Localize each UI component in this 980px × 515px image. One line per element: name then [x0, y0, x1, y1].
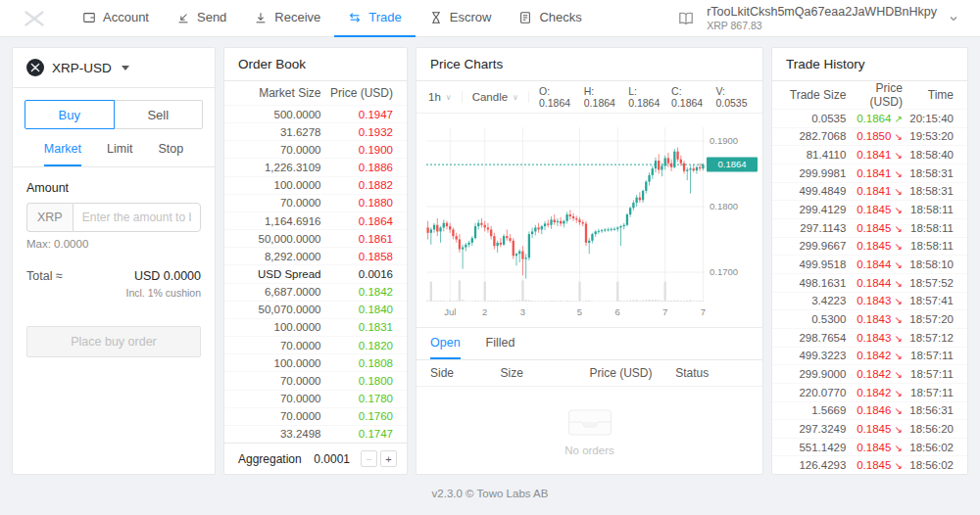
- close-value: C: 0.1864: [671, 85, 707, 109]
- order-book-row[interactable]: 33.24980.1747: [224, 425, 407, 443]
- no-orders-empty-state: No orders: [416, 387, 762, 474]
- escrow-icon: [429, 11, 443, 24]
- column-header: Price (USD): [846, 81, 903, 109]
- trade-history-row: 126.42930.1845 ↘18:56:02: [772, 455, 967, 474]
- account-icon: [82, 11, 96, 24]
- svg-text:2: 2: [482, 306, 487, 317]
- interval-select[interactable]: 1h ∨: [428, 91, 463, 103]
- column-header: Market Size: [238, 86, 321, 100]
- trade-history-row: 282.70680.1850 ↘19:53:20: [772, 127, 967, 146]
- price-charts-panel: Price Charts 1h ∨ Candle ∨ O: 0.1864 H: …: [416, 47, 763, 475]
- cushion-note: Incl. 1% cushion: [26, 287, 201, 299]
- order-book-panel: Order Book Market Size Price (USD) 500.0…: [223, 47, 408, 475]
- order-book-row[interactable]: 70.00000.1800: [224, 371, 407, 389]
- aggregation-decrease-button[interactable]: −: [361, 450, 377, 467]
- chart-type-select[interactable]: Candle ∨: [472, 91, 529, 103]
- trade-history-row: 298.76540.1843 ↘18:57:12: [772, 328, 967, 347]
- wallet-balance: XRP 867.83: [707, 20, 937, 31]
- aggregation-increase-button[interactable]: +: [380, 450, 397, 467]
- svg-text:7: 7: [662, 306, 667, 317]
- tab-open-orders[interactable]: Open: [430, 336, 461, 359]
- nav-item-send[interactable]: Send: [163, 0, 240, 37]
- svg-text:0.1800: 0.1800: [710, 201, 738, 211]
- order-book-row[interactable]: 70.00000.1900: [224, 140, 407, 158]
- side-toggle: Buy Sell: [13, 88, 215, 129]
- nav-item-trade[interactable]: Trade: [334, 0, 415, 37]
- amount-label: Amount: [26, 181, 201, 195]
- pair-selector[interactable]: XRP-USD: [13, 48, 215, 88]
- down-right-arrow-icon: ↘: [895, 351, 903, 361]
- nav-item-account[interactable]: Account: [69, 0, 163, 37]
- down-right-arrow-icon: ↘: [895, 405, 903, 416]
- price-charts-title: Price Charts: [416, 48, 762, 81]
- trade-history-row: 498.16310.1844 ↘18:57:52: [772, 273, 967, 292]
- trade-history-rows: 0.05350.1864 ↗20:15:40282.70680.1850 ↘19…: [772, 109, 967, 474]
- column-header: Price (USD): [321, 86, 393, 100]
- trade-history-row: 81.41100.1841 ↘18:58:40: [772, 145, 967, 164]
- nav-item-checks[interactable]: Checks: [505, 0, 595, 37]
- nav-item-label: Checks: [539, 10, 581, 24]
- trade-history-row: 299.90000.1842 ↘18:57:11: [772, 364, 967, 383]
- xrp-icon: [26, 59, 44, 76]
- svg-text:5: 5: [577, 306, 582, 317]
- down-right-arrow-icon: ↘: [895, 168, 903, 179]
- tab-market[interactable]: Market: [44, 142, 81, 166]
- trade-history-title: Trade History: [772, 48, 967, 81]
- chevron-down-icon: [949, 14, 958, 23]
- trade-history-row: 0.53000.1843 ↘18:57:20: [772, 309, 967, 328]
- pair-label: XRP-USD: [52, 61, 112, 75]
- down-right-arrow-icon: ↘: [895, 314, 903, 325]
- order-book-row[interactable]: 31.62780.1932: [224, 122, 407, 140]
- nav-item-escrow[interactable]: Escrow: [416, 0, 506, 37]
- xrp-toolkit-logo-icon: [22, 8, 47, 29]
- total-label: Total ≈: [26, 269, 63, 283]
- buy-button[interactable]: Buy: [24, 100, 115, 129]
- aggregation-label: Aggregation: [238, 452, 314, 466]
- sell-button[interactable]: Sell: [114, 100, 204, 129]
- amount-input[interactable]: [73, 203, 201, 232]
- place-buy-order-button[interactable]: Place buy order: [26, 326, 201, 357]
- down-right-arrow-icon: ↘: [895, 460, 903, 471]
- order-book-row[interactable]: 70.00000.1780: [224, 390, 407, 407]
- open-value: O: 0.1864: [539, 85, 575, 109]
- tab-limit[interactable]: Limit: [107, 142, 132, 166]
- candlestick-chart[interactable]: 0.19000.18000.1700Jul2356770.1864: [416, 114, 762, 327]
- tab-stop[interactable]: Stop: [158, 142, 183, 166]
- order-book-title: Order Book: [224, 48, 407, 81]
- order-book-row[interactable]: 70.00000.1820: [224, 336, 407, 353]
- trade-history-panel: Trade History Trade Size Price (USD) Tim…: [771, 47, 968, 475]
- down-right-arrow-icon: ↘: [895, 259, 903, 270]
- interval-value: 1h: [428, 91, 441, 103]
- nav-item-label: Escrow: [450, 10, 492, 24]
- order-book-row[interactable]: 50,000.00000.1861: [224, 229, 407, 247]
- order-book-row[interactable]: 6,687.00000.1842: [224, 283, 407, 301]
- nav-item-label: Trade: [368, 10, 401, 24]
- order-book-row[interactable]: 50,070.00000.1840: [224, 301, 407, 318]
- checks-icon: [518, 11, 532, 24]
- order-book-row[interactable]: 100.00000.1808: [224, 353, 407, 371]
- svg-text:7: 7: [701, 306, 706, 317]
- order-book-row[interactable]: 500.00000.1947: [224, 105, 407, 122]
- tab-filled-orders[interactable]: Filled: [486, 336, 515, 359]
- aggregation-row: Aggregation 0.0001 − +: [224, 443, 407, 474]
- order-book-row[interactable]: 70.00000.1880: [224, 194, 407, 211]
- order-book-row[interactable]: 1,226.31090.1886: [224, 158, 407, 175]
- app-footer: v2.3.0 © Towo Labs AB: [0, 475, 980, 512]
- svg-text:Jul: Jul: [444, 306, 456, 317]
- trade-icon: [348, 11, 362, 24]
- order-book-row[interactable]: 8,292.00000.1858: [224, 247, 407, 264]
- order-book-row[interactable]: 100.00000.1831: [224, 318, 407, 336]
- order-book-row[interactable]: 1,164.69160.1864: [224, 211, 407, 229]
- empty-inbox-icon: [567, 405, 612, 437]
- nav-item-label: Receive: [274, 10, 320, 24]
- order-book-row[interactable]: 70.00000.1760: [224, 407, 407, 425]
- brand-logo[interactable]: [22, 8, 47, 29]
- order-book-row[interactable]: 100.00000.1882: [224, 176, 407, 194]
- svg-text:6: 6: [615, 306, 620, 317]
- trade-history-row: 297.32490.1845 ↘18:56:20: [772, 419, 967, 438]
- wallet-selector[interactable]: rTooLkitCksh5mQa67eaa2JaWHDBnHkpy XRP 86…: [677, 5, 958, 30]
- down-right-arrow-icon: ↘: [895, 205, 903, 215]
- currency-prefix: XRP: [26, 203, 73, 232]
- nav-item-receive[interactable]: Receive: [240, 0, 334, 37]
- chart-toolbar: 1h ∨ Candle ∨ O: 0.1864 H: 0.1864 L: 0.1…: [416, 81, 762, 114]
